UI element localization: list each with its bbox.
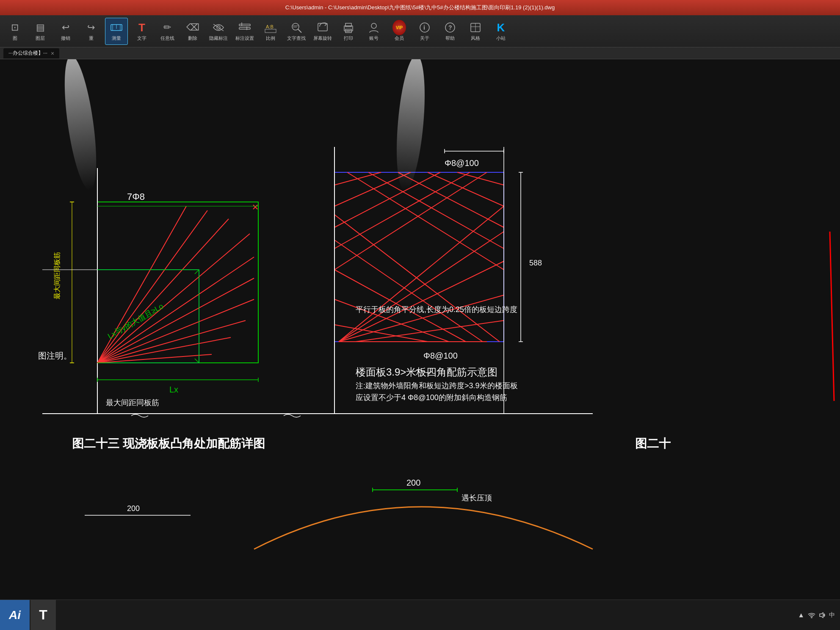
vip-badge: VIP (392, 20, 406, 35)
svg-line-70 (334, 172, 470, 249)
svg-text:楼面板3.9>米板四角配筋示意图: 楼面板3.9>米板四角配筋示意图 (356, 366, 497, 378)
signal-icon: ▲ (798, 611, 804, 619)
svg-rect-6 (239, 24, 250, 26)
taskbar-ai-button[interactable]: Ai (0, 600, 30, 630)
svg-text:遇长压顶: 遇长压顶 (461, 494, 492, 502)
about-icon: i (418, 21, 431, 34)
svg-point-22 (371, 23, 376, 28)
svg-marker-115 (820, 613, 823, 618)
taskbar-right: ▲ 中 (798, 611, 840, 619)
toolbar-mini-station-label: 小站 (496, 35, 506, 41)
toolbar-hide-mark[interactable]: 隐藏标注 (207, 18, 230, 45)
svg-line-71 (334, 172, 487, 270)
cad-svg: 7Φ8 Lx Lx与y的大值且≥Lo 最大间距同板筋 最大间距同板筋 图注明。 (0, 59, 840, 616)
cad-canvas[interactable]: 7Φ8 Lx Lx与y的大值且≥Lo 最大间距同板筋 最大间距同板筋 图注明。 (0, 59, 840, 616)
toolbar-text-search[interactable]: 文字查找 (285, 18, 308, 45)
mini-station-icon: K (494, 21, 508, 34)
zoom-icon: ⊡ (8, 21, 22, 34)
t-label: T (39, 607, 47, 623)
toolbar-delete[interactable]: ⌫ 删除 (181, 18, 204, 45)
svg-text:200: 200 (127, 504, 140, 513)
svg-rect-7 (239, 28, 250, 29)
toolbar-zoom-label: 图 (13, 35, 17, 41)
svg-text:图注明。: 图注明。 (38, 351, 72, 360)
svg-line-75 (339, 295, 504, 342)
tab-bar: ···办公综合楼】··· × (0, 47, 840, 59)
svg-text:?: ? (448, 24, 452, 31)
line-icon: ✏ (160, 21, 174, 34)
svg-point-114 (811, 617, 812, 618)
toolbar-layers-label: 图层 (36, 35, 45, 41)
toolbar-help-label: 帮助 (445, 35, 455, 41)
ai-label: Ai (9, 608, 21, 622)
undo-icon: ↩ (59, 21, 72, 34)
tab-main[interactable]: ···办公综合楼】··· × (3, 48, 59, 58)
toolbar-scale-label: 比例 (266, 35, 275, 41)
mark-settings-icon (238, 21, 251, 34)
toolbar-about-label: 关于 (420, 35, 429, 41)
svg-line-113 (830, 232, 834, 401)
svg-line-38 (97, 234, 250, 363)
toolbar-mini-station[interactable]: K 小站 (489, 18, 512, 45)
toolbar-redo[interactable]: ↪ 重 (80, 18, 102, 45)
vip-icon: VIP (392, 21, 406, 34)
layers-icon: ▤ (33, 21, 47, 34)
svg-text:Φ8@100: Φ8@100 (423, 351, 458, 360)
svg-line-81 (368, 172, 504, 249)
toolbar-text[interactable]: T 文字 (130, 18, 153, 45)
print-icon (342, 21, 355, 34)
toolbar-redo-label: 重 (89, 35, 94, 41)
toolbar-print[interactable]: 打印 (337, 18, 360, 45)
svg-text:注:建筑物外墙阳角和板短边跨度>3.9米的楼面板: 注:建筑物外墙阳角和板短边跨度>3.9米的楼面板 (356, 381, 518, 390)
toolbar-about[interactable]: i 关于 (413, 18, 436, 45)
toolbar-undo-label: 撤销 (61, 35, 70, 41)
style-icon (469, 21, 482, 34)
toolbar-screen-rotate-label: 屏幕旋转 (313, 35, 332, 41)
toolbar-vip-label: 会员 (395, 35, 404, 41)
tab-close-button[interactable]: × (51, 50, 54, 57)
toolbar-measure[interactable]: 测量 (105, 18, 128, 45)
toolbar-account-label: 账号 (369, 35, 379, 41)
toolbar-account[interactable]: 账号 (362, 18, 385, 45)
toolbar-scale[interactable]: A:B 比例 (259, 18, 282, 45)
account-icon (367, 21, 381, 34)
toolbar-style[interactable]: 风格 (464, 18, 487, 45)
svg-point-12 (292, 23, 299, 30)
toolbar-vip[interactable]: VIP 会员 (388, 18, 411, 45)
toolbar-screen-rotate[interactable]: 屏幕旋转 (311, 18, 334, 45)
svg-text:图二十三  现浇板板凸角处加配筋详图: 图二十三 现浇板板凸角处加配筋详图 (72, 437, 265, 450)
toolbar-line-label: 任意线 (160, 35, 174, 41)
title-bar: C:\Users\admin - C:\Users\admin\Desktop\… (0, 0, 840, 15)
screen-rotate-icon (316, 21, 329, 34)
svg-line-13 (298, 29, 301, 33)
svg-rect-18 (345, 23, 351, 27)
svg-text:i: i (423, 24, 425, 31)
svg-text:Lx与y的大值且≥Lo: Lx与y的大值且≥Lo (106, 302, 165, 340)
volume-icon (819, 612, 826, 618)
toolbar-help[interactable]: ? 帮助 (439, 18, 461, 45)
svg-line-51 (195, 359, 199, 363)
taskbar-t-button[interactable]: T (30, 600, 56, 630)
text-tool-icon: T (135, 21, 149, 34)
svg-text:最大间距同板筋: 最大间距同板筋 (53, 252, 61, 299)
svg-line-39 (97, 257, 254, 363)
svg-text:200: 200 (406, 478, 420, 487)
wifi-icon (808, 612, 815, 618)
redo-icon: ↪ (84, 21, 98, 34)
help-icon: ? (443, 21, 457, 34)
toolbar-mark-settings[interactable]: 标注设置 (233, 18, 257, 45)
svg-line-72 (339, 206, 504, 342)
svg-line-83 (334, 215, 500, 342)
toolbar-zoom[interactable]: ⊡ 图 (3, 18, 26, 45)
tab-main-label: ···办公综合楼】··· (8, 50, 47, 57)
toolbar-undo[interactable]: ↩ 撤销 (54, 18, 77, 45)
svg-line-77 (356, 321, 504, 342)
scale-icon: A:B (264, 21, 277, 34)
svg-text:最大间距同板筋: 最大间距同板筋 (106, 398, 159, 407)
svg-line-40 (97, 278, 254, 363)
toolbar-line[interactable]: ✏ 任意线 (156, 18, 179, 45)
svg-text:A:B: A:B (266, 24, 274, 29)
toolbar-measure-label: 测量 (112, 35, 121, 41)
toolbar-layers[interactable]: ▤ 图层 (29, 18, 52, 45)
svg-text:平行于板的角平分线,长度为0.25倍的板短边跨度: 平行于板的角平分线,长度为0.25倍的板短边跨度 (356, 305, 517, 314)
